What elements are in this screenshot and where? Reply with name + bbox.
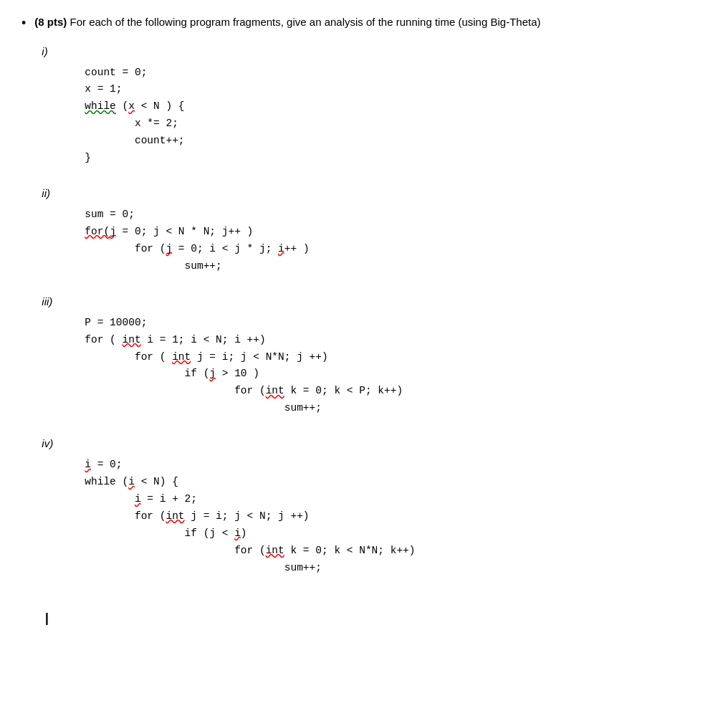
int-keyword-4: int (166, 510, 184, 522)
code-line: P = 10000; (85, 315, 540, 332)
int-keyword-1: int (123, 334, 141, 345)
problem-description: (8 pts) For each of the following progra… (34, 14, 540, 31)
var-x: x (128, 100, 135, 112)
var-j: j (110, 226, 116, 237)
code-block-iii: P = 10000; for ( int i = 1; i < N; i ++)… (85, 315, 540, 418)
code-block-iv: i = 0; while (i < N) { i = i + 2; for (i… (85, 457, 540, 576)
subsection-iii: iii) P = 10000; for ( int i = 1; i < N; … (42, 295, 540, 418)
subsection-iii-label: iii) (42, 295, 540, 307)
text-cursor: | (43, 611, 707, 626)
code-line: x *= 2; (85, 115, 540, 133)
problem-section: • (8 pts) For each of the following prog… (21, 14, 707, 597)
code-line: for ( int i = 1; i < N; i ++) (85, 332, 540, 349)
code-block-i: count = 0; x = 1; while (x < N ) { x *= … (85, 65, 540, 168)
var-i-cond: i (128, 476, 135, 487)
sub-sections-container: i) count = 0; x = 1; while (x < N ) { x … (42, 45, 540, 577)
code-line: while (i < N) { (85, 474, 540, 491)
var-i-if: i (234, 528, 241, 539)
subsection-iv: iv) i = 0; while (i < N) { i = i + 2; fo… (42, 437, 540, 576)
code-line: for ( int j = i; j < N*N; j ++) (85, 349, 540, 366)
keyword-for: for( (85, 226, 110, 237)
keyword-while: while (85, 100, 116, 112)
code-block-ii: sum = 0; for(j = 0; j < N * N; j++ ) for… (85, 206, 540, 275)
code-line: i = 0; (85, 457, 540, 474)
var-i-inc: i (278, 243, 284, 254)
var-j3: j (209, 368, 216, 379)
code-line: sum = 0; (85, 206, 540, 224)
int-keyword-5: int (266, 545, 284, 556)
code-line: sum++; (85, 258, 540, 275)
code-line: sum++; (85, 400, 540, 417)
code-line: count++; (85, 133, 540, 150)
code-line: while (x < N ) { (85, 98, 540, 115)
code-line: } (85, 150, 540, 167)
code-line: for (int k = 0; k < P; k++) (85, 383, 540, 400)
code-line: for (j = 0; i < j * j; i++ ) (85, 241, 540, 258)
code-line: x = 1; (85, 81, 540, 98)
subsection-i-label: i) (42, 45, 540, 57)
subsection-ii: ii) sum = 0; for(j = 0; j < N * N; j++ )… (42, 187, 540, 275)
var-i-init: i (85, 459, 91, 470)
code-line: count = 0; (85, 65, 540, 82)
subsection-iv-label: iv) (42, 437, 540, 449)
problem-content: (8 pts) For each of the following progra… (34, 14, 540, 597)
int-keyword-3: int (266, 385, 284, 396)
code-line: i = i + 2; (85, 491, 540, 508)
var-i-update: i (135, 493, 141, 505)
var-j2: j (166, 243, 172, 254)
code-line: if (j < i) (85, 525, 540, 543)
code-line: for (int k = 0; k < N*N; k++) (85, 543, 540, 560)
subsection-ii-label: ii) (42, 187, 540, 199)
subsection-i: i) count = 0; x = 1; while (x < N ) { x … (42, 45, 540, 168)
code-line: for (int j = i; j < N; j ++) (85, 508, 540, 525)
code-line: for(j = 0; j < N * N; j++ ) (85, 224, 540, 241)
code-line: if (j > 10 ) (85, 366, 540, 383)
bullet-point: • (21, 16, 26, 31)
code-line: sum++; (85, 560, 540, 577)
int-keyword-2: int (172, 351, 191, 363)
